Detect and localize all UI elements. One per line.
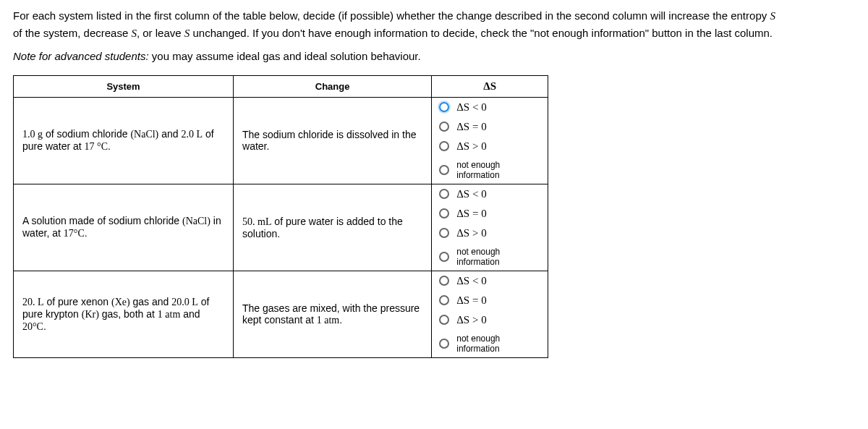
th-system: System bbox=[14, 75, 234, 97]
radio-icon bbox=[439, 252, 449, 262]
radio-icon bbox=[439, 208, 449, 218]
radio-icon bbox=[439, 295, 449, 305]
option-ds-eq[interactable]: ΔS = 0 bbox=[432, 204, 548, 224]
option-ds-gt[interactable]: ΔS > 0 bbox=[432, 224, 548, 243]
option-ds-gt[interactable]: ΔS > 0 bbox=[432, 310, 548, 330]
system-cell: 20. L of pure xenon (Xe) gas and 20.0 L … bbox=[14, 271, 234, 357]
option-nei[interactable]: not enough information bbox=[432, 156, 548, 184]
options-cell: ΔS < 0 ΔS = 0 ΔS > 0 not enough informat… bbox=[432, 184, 548, 271]
table-row: 1.0 g of sodium chloride (NaCl) and 2.0 … bbox=[14, 97, 548, 184]
radio-icon bbox=[439, 276, 449, 286]
change-cell: The sodium chloride is dissolved in the … bbox=[234, 97, 432, 184]
option-ds-eq[interactable]: ΔS = 0 bbox=[432, 117, 548, 137]
radio-icon bbox=[439, 189, 449, 199]
radio-icon bbox=[439, 228, 449, 238]
th-ds: ΔS bbox=[432, 75, 548, 97]
option-ds-eq[interactable]: ΔS = 0 bbox=[432, 291, 548, 310]
option-nei[interactable]: not enough information bbox=[432, 330, 548, 357]
note-text: Note for advanced students: you may assu… bbox=[13, 50, 855, 62]
radio-icon bbox=[439, 141, 449, 151]
radio-icon bbox=[439, 102, 449, 112]
entropy-table: System Change ΔS 1.0 g of sodium chlorid… bbox=[13, 75, 548, 358]
option-ds-lt[interactable]: ΔS < 0 bbox=[432, 184, 548, 204]
option-ds-gt[interactable]: ΔS > 0 bbox=[432, 137, 548, 156]
radio-icon bbox=[439, 122, 449, 132]
options-cell: ΔS < 0 ΔS = 0 ΔS > 0 not enough informat… bbox=[432, 97, 548, 184]
radio-icon bbox=[439, 165, 449, 175]
option-ds-lt[interactable]: ΔS < 0 bbox=[432, 271, 548, 291]
instructions-text: For each system listed in the first colu… bbox=[13, 7, 855, 43]
option-nei[interactable]: not enough information bbox=[432, 243, 548, 271]
table-row: A solution made of sodium chloride (NaCl… bbox=[14, 184, 548, 271]
radio-icon bbox=[439, 339, 449, 349]
options-cell: ΔS < 0 ΔS = 0 ΔS > 0 not enough informat… bbox=[432, 271, 548, 357]
change-cell: The gases are mixed, with the pressure k… bbox=[234, 271, 432, 357]
table-row: 20. L of pure xenon (Xe) gas and 20.0 L … bbox=[14, 271, 548, 357]
radio-icon bbox=[439, 315, 449, 325]
option-ds-lt[interactable]: ΔS < 0 bbox=[432, 98, 548, 117]
system-cell: 1.0 g of sodium chloride (NaCl) and 2.0 … bbox=[14, 97, 234, 184]
th-change: Change bbox=[234, 75, 432, 97]
system-cell: A solution made of sodium chloride (NaCl… bbox=[14, 184, 234, 271]
change-cell: 50. mL of pure water is added to the sol… bbox=[234, 184, 432, 271]
